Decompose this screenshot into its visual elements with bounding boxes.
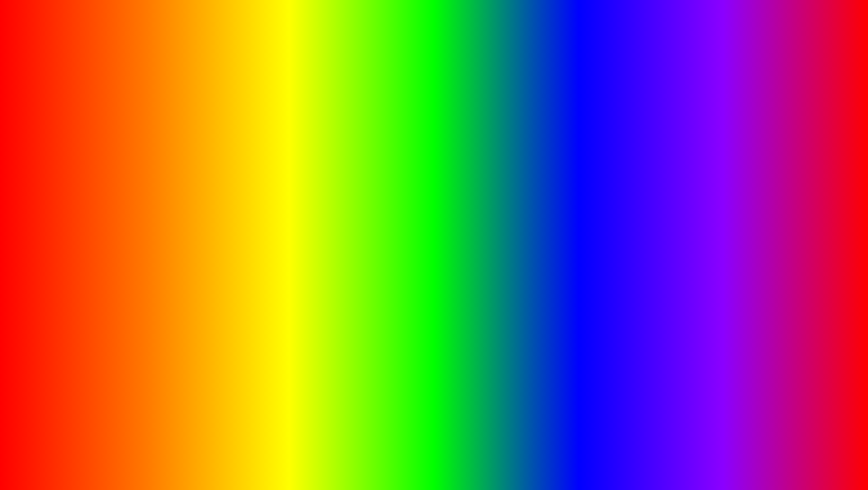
window-subheader-left: 👤 XxArSendxX Hr(s) : 0 Min(s) : 3 Sec(s)… — [39, 156, 256, 174]
username-right: XxArSendxX — [634, 162, 694, 169]
other-label: Other — [83, 201, 253, 211]
window-body-right: Main Settings Weapons Race V4 Stats Play… — [612, 174, 829, 318]
main-content-left: B Start Auto Farm Other Select Monster :… — [79, 174, 256, 318]
window-logo-right: B — [616, 140, 629, 153]
bottom-script: SCRIPT — [440, 432, 547, 466]
feature-icon-1: B — [84, 180, 100, 196]
feature-label-2: Farm Selected Monster — [103, 232, 240, 239]
bottom-farm: FARM — [304, 423, 431, 475]
sidebar-weapons-left[interactable]: Weapons — [39, 206, 79, 222]
checkbox-auto-start-law-dungeon[interactable] — [817, 259, 825, 267]
sidebar-teleport-left[interactable]: Teleport — [39, 269, 79, 285]
feature-icon-r1: B — [657, 180, 673, 196]
bottom-pastebin: PASTEBIN — [554, 432, 700, 466]
window-title-left: ULULUK Blox Fruit Update 18 [Time] : 08:… — [60, 143, 252, 150]
sidebar-left: Main Settings Weapons Race V4 Stats Play… — [39, 174, 79, 318]
select-monster-label: Select Monster : — [85, 216, 127, 223]
avatar-left: 👤 — [43, 158, 58, 172]
window-header-left: B ULULUK Blox Fruit Update 18 [Time] : 0… — [39, 138, 256, 156]
title-blox: BLOX — [159, 8, 368, 89]
sidebar-player-right[interactable]: Player — [612, 253, 652, 269]
feature-auto-kill-law: B Auto Kill Law — [656, 277, 826, 297]
ui-window-left: B ULULUK Blox Fruit Update 18 [Time] : 0… — [37, 136, 258, 320]
sidebar-teleport-right[interactable]: Teleport — [612, 269, 652, 285]
feature-start-auto-farm: B Start Auto Farm — [83, 178, 253, 198]
window-logo-left: B — [43, 140, 56, 153]
sidebar-weapons-right[interactable]: Weapons — [612, 206, 652, 222]
feature-auto-bf-mastery: B Auto BF Mastery — [83, 258, 253, 278]
avatar-right: 👤 — [616, 158, 631, 172]
sidebar-player-left[interactable]: Player — [39, 253, 79, 269]
feature-icon-r3: B — [657, 255, 673, 272]
checkbox-start-auto-farm[interactable] — [244, 184, 252, 192]
sidebar-main-left[interactable]: Main — [39, 174, 79, 190]
feature-icon-2: B — [84, 227, 100, 244]
feature-label-3: Auto BF Mastery — [103, 265, 240, 272]
next-island-button[interactable]: Next Island — [656, 201, 826, 216]
feature-label-r2: Auto Buy Law Chip — [676, 237, 813, 244]
main-title: BLOX FRUITS — [4, 13, 864, 85]
window-title-right: B LULUK Blox Fruit Update 18 [Time] : 08… — [633, 143, 825, 150]
checkbox-auto-kill-law[interactable] — [817, 283, 825, 291]
session-stats-left: Hr(s) : 0 Min(s) : 3 Sec(s) : 58 [Ping] … — [128, 162, 252, 168]
title-section: BLOX FRUITS — [4, 13, 864, 85]
background: BLOX FRUITS B ULULUK Blox Fruit Update 1… — [4, 4, 864, 486]
sidebar-settings-left[interactable]: Settings — [39, 190, 79, 206]
feature-auto-buy-law-chip: B Auto Buy Law Chip — [656, 230, 826, 250]
checkbox-farm-selected[interactable] — [244, 232, 252, 240]
mastery-label: Mastery — [83, 249, 253, 257]
title-i: I — [590, 8, 612, 89]
checkbox-auto-awake[interactable] — [817, 184, 825, 192]
feature-icon-r4: B — [657, 279, 673, 295]
sidebar-main-right[interactable]: Main — [612, 174, 652, 190]
title-r: R — [482, 8, 536, 89]
sidebar-right: Main Settings Weapons Race V4 Stats Play… — [612, 174, 652, 318]
blox-fruits-logo: BLOX FRUITS ☠ — [711, 423, 837, 477]
feature-label-1: Start Auto Farm — [103, 185, 240, 192]
feature-label-r4: Auto Kill Law — [676, 284, 813, 290]
title-t: T — [612, 8, 658, 89]
username-left: XxArSendxX — [61, 162, 124, 169]
checkbox-auto-bf-mastery[interactable] — [244, 264, 252, 272]
law-dungeon-label: \\ Law Dungeon // — [656, 220, 826, 228]
feature-farm-selected: B Farm Selected Monster — [83, 226, 253, 245]
sidebar-racev4-right[interactable]: Race V4 — [612, 222, 652, 237]
bottom-auto: AUTO — [168, 423, 295, 475]
svg-text:☠: ☠ — [772, 446, 778, 454]
window-header-right: B B LULUK Blox Fruit Update 18 [Time] : … — [612, 138, 829, 156]
session-stats-right: Hr(s) : 0 Min(s) : 4 Sec(s) : 34 [Ping] … — [698, 162, 825, 168]
feature-icon-r2: B — [657, 232, 673, 248]
title-u: U — [536, 8, 590, 89]
feature-auto-awake: B Auto Awake — [656, 178, 826, 198]
checkbox-auto-buy-law-chip[interactable] — [817, 236, 825, 244]
title-s: S — [658, 8, 709, 89]
sidebar-racev4-left[interactable]: Race V4 — [39, 222, 79, 237]
ui-window-right: B B LULUK Blox Fruit Update 18 [Time] : … — [610, 136, 831, 320]
sidebar-settings-right[interactable]: Settings — [612, 190, 652, 206]
select-monster-row: Select Monster : ▼ — [83, 213, 253, 226]
title-f: F — [435, 8, 482, 89]
sidebar-stats-left[interactable]: Stats — [39, 237, 79, 253]
select-arrow-icon[interactable]: ▼ — [131, 216, 138, 223]
window-body-left: Main Settings Weapons Race V4 Stats Play… — [39, 174, 256, 318]
feature-label-r1: Auto Awake — [676, 185, 813, 192]
sidebar-stats-right[interactable]: Stats — [612, 237, 652, 253]
window-subheader-right: 👤 XxArSendxX Hr(s) : 0 Min(s) : 4 Sec(s)… — [612, 156, 829, 174]
logo-svg: BLOX FRUITS ☠ — [711, 423, 837, 477]
feature-auto-start-law-dungeon: B Auto Start Law Dungeon — [656, 254, 826, 273]
feature-label-r3: Auto Start Law Dungeon — [676, 260, 813, 267]
main-content-right: B Auto Awake Next Island \\ Law Dungeon … — [652, 174, 829, 318]
feature-icon-3: B — [84, 260, 100, 276]
